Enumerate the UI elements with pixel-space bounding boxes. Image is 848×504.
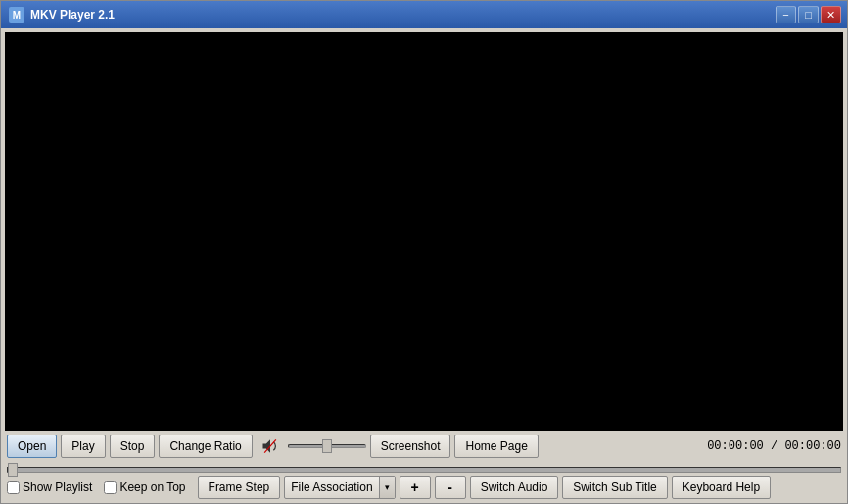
main-window: M MKV Player 2.1 − □ ✕ Open Play Stop Ch… bbox=[0, 0, 848, 504]
controls-area: Open Play Stop Change Ratio Screenshot H… bbox=[1, 431, 847, 503]
seek-bar[interactable] bbox=[7, 467, 841, 473]
volume-slider-container bbox=[288, 444, 366, 448]
volume-slider[interactable] bbox=[288, 444, 366, 448]
volume-icon[interactable] bbox=[257, 435, 284, 458]
play-button[interactable]: Play bbox=[61, 435, 105, 458]
dropdown-arrow-icon: ▾ bbox=[379, 477, 395, 498]
frame-step-button[interactable]: Frame Step bbox=[198, 476, 281, 499]
screenshot-button[interactable]: Screenshot bbox=[370, 435, 451, 458]
title-bar: M MKV Player 2.1 − □ ✕ bbox=[1, 1, 847, 28]
plus-button[interactable]: + bbox=[400, 476, 431, 499]
app-icon: M bbox=[9, 7, 24, 23]
title-bar-left: M MKV Player 2.1 bbox=[9, 7, 115, 23]
controls-row1: Open Play Stop Change Ratio Screenshot H… bbox=[7, 435, 841, 458]
keep-on-top-group[interactable]: Keep on Top bbox=[104, 481, 185, 494]
home-page-button[interactable]: Home Page bbox=[454, 435, 538, 458]
seek-bar-container bbox=[7, 462, 841, 476]
time-display: 00:00:00 / 00:00:00 bbox=[707, 439, 841, 453]
change-ratio-button[interactable]: Change Ratio bbox=[159, 435, 252, 458]
controls-row2: Show Playlist Keep on Top Frame Step Fil… bbox=[7, 476, 841, 499]
keep-on-top-label: Keep on Top bbox=[119, 481, 185, 494]
maximize-button[interactable]: □ bbox=[798, 6, 819, 23]
show-playlist-checkbox[interactable] bbox=[7, 481, 20, 494]
file-association-dropdown[interactable]: File Association ▾ bbox=[284, 476, 395, 499]
close-button[interactable]: ✕ bbox=[821, 6, 841, 23]
show-playlist-label: Show Playlist bbox=[23, 481, 92, 494]
open-button[interactable]: Open bbox=[7, 435, 57, 458]
minus-button[interactable]: - bbox=[435, 476, 466, 499]
title-bar-buttons: − □ ✕ bbox=[776, 6, 841, 23]
switch-audio-button[interactable]: Switch Audio bbox=[470, 476, 559, 499]
keep-on-top-checkbox[interactable] bbox=[104, 481, 117, 494]
window-title: MKV Player 2.1 bbox=[30, 8, 115, 22]
file-association-label: File Association bbox=[285, 481, 378, 494]
switch-sub-title-button[interactable]: Switch Sub Title bbox=[562, 476, 667, 499]
video-display bbox=[5, 32, 843, 431]
minimize-button[interactable]: − bbox=[776, 6, 796, 23]
show-playlist-group[interactable]: Show Playlist bbox=[7, 481, 92, 494]
keyboard-help-button[interactable]: Keyboard Help bbox=[672, 476, 771, 499]
stop-button[interactable]: Stop bbox=[110, 435, 156, 458]
